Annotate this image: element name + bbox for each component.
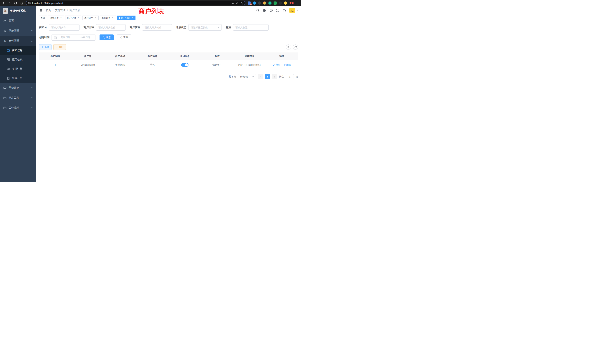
end-date-placeholder[interactable]: 结束日期 bbox=[78, 36, 93, 39]
page-size-select[interactable]: 10条/页 bbox=[238, 74, 256, 79]
remark-input-field[interactable] bbox=[235, 26, 266, 29]
chevron-left-icon bbox=[259, 76, 261, 78]
export-button[interactable]: 导出 bbox=[53, 44, 66, 50]
address-bar[interactable]: localhost:1024/pay/merchant bbox=[26, 1, 245, 5]
hamburger-icon[interactable] bbox=[39, 9, 43, 12]
date-range-picker[interactable]: 开始日期 - 结束日期 bbox=[52, 34, 96, 41]
chrome-update-button[interactable]: 更新 bbox=[289, 1, 294, 5]
trash-icon bbox=[284, 64, 286, 66]
fullscreen-icon[interactable] bbox=[276, 9, 280, 12]
reset-icon bbox=[120, 36, 122, 39]
sidebar-item-label: 研发工具 bbox=[9, 96, 19, 99]
add-button[interactable]: 新增 bbox=[39, 44, 52, 50]
user-avatar[interactable] bbox=[289, 8, 295, 13]
tab-label: 流程表单 bbox=[50, 16, 59, 20]
close-icon[interactable]: × bbox=[131, 17, 134, 19]
refresh-table-button[interactable] bbox=[293, 44, 298, 50]
next-page-button[interactable] bbox=[272, 74, 277, 79]
help-icon[interactable] bbox=[269, 9, 273, 12]
extension-icon[interactable] bbox=[279, 1, 282, 5]
password-key-icon[interactable] bbox=[231, 2, 234, 5]
close-icon[interactable]: × bbox=[111, 17, 114, 19]
delete-link[interactable]: 删除 bbox=[284, 63, 291, 66]
tab-refund-order[interactable]: 退款订单 × bbox=[100, 16, 116, 20]
chevron-down-icon: ▼ bbox=[31, 97, 33, 99]
sidebar-item-home[interactable]: 首页 bbox=[0, 16, 36, 26]
extension-icon[interactable] bbox=[284, 1, 287, 5]
prev-page-button[interactable] bbox=[258, 74, 263, 79]
browser-refresh-icon[interactable] bbox=[14, 1, 17, 5]
github-icon[interactable] bbox=[263, 9, 266, 12]
merchant-no-input[interactable] bbox=[49, 24, 79, 31]
breadcrumb-home[interactable]: 首页 bbox=[46, 9, 51, 12]
close-icon[interactable]: × bbox=[60, 17, 62, 19]
search-button[interactable]: 搜索 bbox=[99, 34, 114, 40]
goto-page-input[interactable] bbox=[286, 74, 294, 79]
browser-forward-icon[interactable] bbox=[8, 1, 11, 5]
sidebar-item-label: 退款订单 bbox=[12, 76, 22, 80]
breadcrumb-payment[interactable]: 支付管理 bbox=[55, 9, 65, 12]
extension-icon[interactable]: 10 bbox=[248, 1, 251, 5]
extension-icon[interactable] bbox=[274, 1, 277, 5]
extension-icon[interactable] bbox=[268, 1, 271, 5]
sidebar-item-pay-order[interactable]: 支付订单 bbox=[0, 64, 36, 74]
field-label: 开启状态 bbox=[176, 26, 186, 29]
edit-link[interactable]: 修改 bbox=[273, 63, 280, 66]
tab-merchant-info[interactable]: 商户信息 × bbox=[117, 16, 136, 20]
start-date-placeholder[interactable]: 开始日期 bbox=[58, 36, 73, 39]
share-icon[interactable] bbox=[236, 2, 239, 5]
sidebar-item-refund-order[interactable]: 退款订单 bbox=[0, 74, 36, 83]
site-info-icon[interactable] bbox=[28, 2, 31, 5]
close-icon[interactable]: × bbox=[77, 17, 79, 19]
user-menu[interactable] bbox=[289, 8, 298, 13]
cell-create-time: 2021-10-23 08:31:14 bbox=[233, 60, 266, 70]
extension-icon[interactable] bbox=[253, 1, 256, 5]
full-name-input-field[interactable] bbox=[98, 26, 123, 29]
active-dot bbox=[119, 17, 120, 19]
total-suffix: 条 bbox=[234, 75, 236, 78]
sidebar-item-infrastructure[interactable]: 基础设施 ▼ bbox=[0, 83, 36, 93]
merchant-no-input-field[interactable] bbox=[51, 26, 77, 29]
search-icon[interactable] bbox=[256, 9, 259, 12]
browser-menu-icon[interactable]: ⋮ bbox=[296, 1, 299, 5]
sidebar-item-system[interactable]: 系统管理 ▼ bbox=[0, 26, 36, 36]
remark-input[interactable] bbox=[233, 24, 269, 31]
cell-merchant-no: M233666999 bbox=[72, 60, 104, 70]
reset-button[interactable]: 重置 bbox=[117, 34, 131, 40]
font-size-icon[interactable] bbox=[283, 9, 286, 12]
page-annotation: 商户列表 bbox=[139, 7, 164, 16]
page-number-button[interactable]: 1 bbox=[265, 74, 270, 79]
browser-back-icon[interactable] bbox=[2, 1, 6, 5]
toggle-search-button[interactable] bbox=[286, 44, 291, 50]
tab-user-group[interactable]: 用户分组 × bbox=[65, 16, 81, 20]
magnifier-icon bbox=[103, 36, 105, 39]
total-count: 1 bbox=[232, 75, 233, 78]
sidebar-item-workflow[interactable]: 工作流程 ▼ bbox=[0, 103, 36, 113]
full-name-input[interactable] bbox=[96, 24, 126, 31]
field-label: 商户号 bbox=[39, 26, 47, 29]
sidebar-item-payment[interactable]: ¥ 支付管理 ▲ bbox=[0, 36, 36, 46]
sidebar-item-app-info[interactable]: 应用信息 bbox=[0, 55, 36, 64]
status-toggle[interactable] bbox=[181, 63, 189, 67]
sidebar-item-dev-tools[interactable]: 研发工具 ▼ bbox=[0, 93, 36, 103]
tab-process-form[interactable]: 流程表单 × bbox=[48, 16, 64, 20]
status-select[interactable] bbox=[188, 24, 222, 31]
short-name-input-field[interactable] bbox=[145, 26, 169, 29]
close-icon[interactable]: × bbox=[94, 17, 97, 19]
tab-pay-order[interactable]: 支付订单 × bbox=[83, 16, 99, 20]
tab-label: 支付订单 bbox=[84, 16, 93, 20]
browser-home-icon[interactable] bbox=[20, 1, 23, 5]
extension-icon[interactable] bbox=[258, 1, 261, 5]
sidebar-logo[interactable]: 芋道管理系统 bbox=[0, 6, 36, 16]
extension-icon[interactable] bbox=[263, 1, 266, 5]
tab-home[interactable]: 首页 bbox=[39, 16, 47, 20]
payment-submenu: 商户信息 应用信息 支付订单 bbox=[0, 46, 36, 83]
bookmark-star-icon[interactable] bbox=[240, 2, 243, 5]
url-text[interactable]: localhost:1024/pay/merchant bbox=[32, 2, 230, 4]
col-header: 商户简称 bbox=[136, 53, 169, 60]
sidebar-item-label: 商户信息 bbox=[12, 49, 22, 52]
filter-form: 商户号 商户全称 商户简称 bbox=[39, 24, 298, 44]
status-select-field[interactable] bbox=[191, 26, 216, 29]
sidebar-item-merchant-info[interactable]: 商户信息 bbox=[0, 46, 36, 55]
short-name-input[interactable] bbox=[142, 24, 172, 31]
